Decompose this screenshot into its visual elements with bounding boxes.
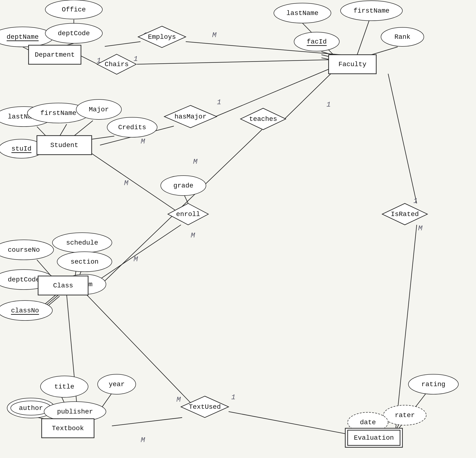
mult-textused-class: M [177, 396, 181, 404]
entity-student-label: Student [50, 142, 78, 149]
er-diagram: 1 M 1 1 M 1 1 M M M M M 1 M 1 M Office d… [0, 0, 476, 458]
attr-enroll-grade-label: grade [173, 182, 193, 189]
mult-enroll-stu: M [124, 179, 128, 187]
mult-teaches-fac: 1 [326, 101, 331, 109]
attr-fac-firstname-label: firstName [353, 7, 389, 15]
rel-textused-label: TextUsed [189, 403, 221, 411]
attr-cls-section-label: section [70, 258, 99, 266]
attr-txt-title-label: title [54, 383, 74, 391]
attr-txt-publisher-label: publisher [57, 408, 93, 416]
attr-cls-deptcode-label: deptCode [8, 276, 40, 283]
rel-chairs-label: Chairs [105, 61, 129, 68]
conn-fac-israted [388, 74, 417, 203]
mult-employs-fac: M [212, 31, 217, 39]
mult-enroll-class: M [134, 255, 138, 263]
mult-textused-txt: M [141, 436, 145, 444]
attr-stu-firstname-label: firstName [40, 109, 76, 117]
rel-enroll-label: enroll [176, 211, 200, 218]
mult-israted-eval: M [418, 224, 423, 233]
attr-stu-credits-label: Credits [118, 124, 146, 131]
attr-cls-classno-label: classNo [11, 307, 39, 314]
conn-class-textused [87, 295, 205, 417]
conn-txt-textused [112, 417, 182, 426]
rel-employs-label: Employs [148, 33, 176, 41]
rel-hasmajor-label: hasMajor [175, 113, 206, 120]
conn-chairs-fac [137, 59, 340, 64]
attr-stu-stuid-label: stuId [11, 145, 31, 152]
rel-teaches-label: teaches [249, 115, 277, 123]
mult-teaches-class: M [193, 158, 198, 166]
attr-eval-rating-label: rating [421, 381, 445, 388]
mult-chairs-fac: 1 [134, 55, 138, 63]
attr-deptcode-label: deptCode [58, 30, 90, 37]
attr-deptname-label: deptName [7, 33, 39, 41]
attr-stu-major-label: Major [89, 106, 109, 113]
attr-eval-date-label: date [360, 419, 376, 426]
attr-eval-rater-label: rater [395, 412, 415, 419]
mult-israted-fac: 1 [413, 197, 418, 205]
mult-textused-1: 1 [231, 393, 236, 401]
rel-israted-label: IsRated [391, 211, 419, 218]
attr-fac-facid-label: facId [307, 38, 327, 45]
mult-enroll-m: M [191, 232, 195, 240]
entity-textbook-label: Textbook [52, 425, 84, 432]
conn-fac-firstname [357, 21, 369, 55]
mult-hasmajor-fac: 1 [217, 98, 221, 106]
conn-dept-employs [105, 42, 140, 46]
attr-txt-year-label: year [109, 381, 125, 388]
attr-txt-author-label: author [19, 404, 43, 412]
conn-fac-rank [372, 47, 398, 55]
conn-israted-eval [395, 225, 417, 433]
entity-department-label: Department [35, 51, 75, 58]
attr-cls-schedule-label: schedule [66, 239, 98, 247]
attr-cls-courseno-label: courseNo [8, 246, 40, 254]
entity-faculty-label: Faculty [338, 61, 366, 68]
mult-hasmajor-stu: M [141, 138, 145, 146]
attr-fac-lastname-label: lastName [287, 9, 318, 17]
entity-class-label: Class [53, 282, 73, 289]
conn-dept-chairs [79, 55, 98, 64]
conn-hasmajor-fac [215, 64, 340, 117]
attr-fac-rank-label: Rank [394, 33, 410, 41]
entity-evaluation-label: Evaluation [354, 434, 394, 441]
attr-office-label: Office [62, 6, 86, 13]
